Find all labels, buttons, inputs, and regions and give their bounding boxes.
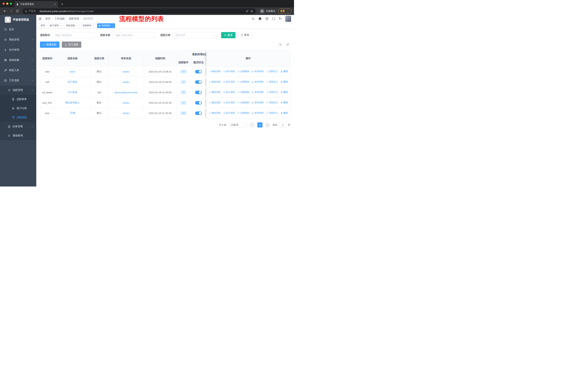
- status-toggle[interactable]: [195, 80, 202, 84]
- publish-process-link[interactable]: 发布流程: [252, 101, 263, 104]
- search-button[interactable]: 搜索: [221, 32, 235, 38]
- assign-rule-link[interactable]: 分配规则: [238, 80, 249, 83]
- delete-process-link[interactable]: 删除: [281, 101, 288, 104]
- current-page-button[interactable]: 1: [257, 122, 262, 128]
- page-size-select[interactable]: 10条/页: [229, 122, 247, 128]
- search-icon[interactable]: [252, 17, 255, 20]
- tag-home[interactable]: 首页: [39, 23, 47, 28]
- import-process-button[interactable]: 导入流程: [62, 41, 81, 48]
- process-definition-link[interactable]: 流程定义: [266, 80, 278, 83]
- form-info-link[interactable]: biubiu: [123, 101, 129, 104]
- tag-close-icon[interactable]: [76, 25, 78, 27]
- forward-button[interactable]: [8, 8, 14, 14]
- tag-close-icon[interactable]: [92, 25, 94, 27]
- breadcrumb-process-mgmt[interactable]: 流程管理: [69, 17, 79, 20]
- process-definition-link[interactable]: 流程定义: [266, 91, 278, 94]
- tag-tenant-mgmt[interactable]: 租户管理: [48, 23, 63, 28]
- process-name-link[interactable]: eeee: [70, 70, 75, 73]
- process-name-link[interactable]: 滔博: [70, 112, 75, 114]
- sidebar-item-workflow[interactable]: 工作流程: [0, 75, 36, 86]
- collapse-sidebar-button[interactable]: [38, 17, 42, 20]
- form-info-link[interactable]: biubiu: [123, 112, 129, 115]
- edit-process-link[interactable]: 修改流程: [209, 101, 220, 104]
- app-logo[interactable]: 芋道管理系统: [0, 15, 36, 24]
- form-info-link[interactable]: /bpm/oa/leave/create: [115, 91, 137, 94]
- edit-process-link[interactable]: 修改流程: [209, 111, 220, 115]
- zoom-window-button[interactable]: [10, 2, 12, 5]
- sidebar-item-system[interactable]: 系统管理: [0, 35, 36, 45]
- font-size-icon[interactable]: TT: [279, 17, 282, 20]
- prev-page-button[interactable]: [250, 122, 255, 128]
- form-info-link[interactable]: biubiu: [123, 70, 129, 73]
- version-badge[interactable]: v21: [180, 111, 187, 115]
- process-definition-link[interactable]: 流程定义: [266, 101, 278, 104]
- design-process-link[interactable]: 设计流程: [223, 80, 235, 83]
- tag-my-process[interactable]: 我的流程: [64, 23, 80, 28]
- process-definition-link[interactable]: 流程定义: [266, 70, 278, 73]
- delete-process-link[interactable]: 删除: [281, 70, 288, 73]
- design-process-link[interactable]: 设计流程: [223, 91, 235, 94]
- status-toggle[interactable]: [195, 91, 202, 94]
- reload-button[interactable]: [15, 8, 20, 14]
- tag-process-model[interactable]: 流程模型: [97, 23, 115, 28]
- process-definition-link[interactable]: 流程定义: [266, 111, 278, 115]
- sidebar-item-leave-query[interactable]: 请假查询: [0, 131, 36, 140]
- new-tab-button[interactable]: [59, 1, 64, 7]
- tag-close-icon[interactable]: [111, 25, 113, 27]
- version-badge[interactable]: v17: [180, 70, 187, 74]
- design-process-link[interactable]: 设计流程: [223, 101, 235, 104]
- github-icon[interactable]: [258, 17, 262, 20]
- sidebar-item-process-model[interactable]: 流程模型: [0, 113, 36, 122]
- process-id-input[interactable]: [53, 32, 95, 38]
- close-window-button[interactable]: [2, 2, 5, 5]
- toggle-search-button[interactable]: [278, 42, 283, 47]
- form-info-link[interactable]: biubiu: [123, 81, 129, 83]
- status-toggle[interactable]: [195, 70, 202, 73]
- design-process-link[interactable]: 设计流程: [223, 70, 235, 73]
- edit-process-link[interactable]: 修改流程: [209, 80, 220, 83]
- back-button[interactable]: [2, 8, 8, 14]
- edit-process-link[interactable]: 修改流程: [209, 91, 220, 94]
- create-process-button[interactable]: 新建流程: [40, 41, 59, 48]
- delete-process-link[interactable]: 删除: [281, 111, 288, 115]
- fullscreen-icon[interactable]: [272, 17, 275, 20]
- browser-tab[interactable]: 芋道管理系统: [14, 1, 58, 7]
- publish-process-link[interactable]: 发布流程: [252, 111, 263, 115]
- publish-process-link[interactable]: 发布流程: [252, 80, 263, 83]
- sidebar-item-devtools[interactable]: 研发工具: [0, 65, 36, 75]
- status-toggle[interactable]: [195, 101, 202, 105]
- breadcrumb-workflow[interactable]: 工作流程: [54, 17, 65, 20]
- process-category-select[interactable]: 流程分类: [173, 32, 216, 38]
- publish-process-link[interactable]: 发布流程: [252, 91, 263, 94]
- assign-rule-link[interactable]: 分配规则: [238, 111, 249, 115]
- sidebar-item-infra[interactable]: 基础设施: [0, 55, 36, 65]
- minimize-window-button[interactable]: [6, 2, 8, 5]
- goto-page-input[interactable]: [279, 122, 286, 128]
- assign-rule-link[interactable]: 分配规则: [238, 70, 249, 73]
- sidebar-item-payment[interactable]: 支付管理: [0, 45, 36, 55]
- next-page-button[interactable]: [265, 122, 270, 128]
- tab-close-icon[interactable]: [54, 3, 56, 5]
- help-icon[interactable]: [265, 17, 268, 20]
- version-badge[interactable]: v5: [180, 90, 187, 94]
- delete-process-link[interactable]: 删除: [281, 80, 288, 83]
- version-badge[interactable]: v2: [180, 80, 187, 84]
- assign-rule-link[interactable]: 分配规则: [238, 91, 249, 94]
- address-bar[interactable]: 不安全 dashboard.yudao.iocoder.cn/bpm/manag…: [22, 8, 256, 14]
- sidebar-item-process-mgmt[interactable]: 流程管理: [0, 86, 36, 95]
- process-name-input[interactable]: [113, 32, 155, 38]
- publish-process-link[interactable]: 发布流程: [252, 70, 263, 73]
- bookmark-star-icon[interactable]: [250, 10, 253, 13]
- breadcrumb-home[interactable]: 首页: [45, 17, 51, 20]
- update-button[interactable]: 更新 ⋮: [278, 9, 292, 14]
- sidebar-item-user-group[interactable]: 用户分组: [0, 104, 36, 113]
- version-badge[interactable]: v4: [180, 101, 187, 105]
- refresh-table-button[interactable]: [285, 42, 290, 47]
- sidebar-item-home[interactable]: 首页: [0, 24, 36, 35]
- process-name-link[interactable]: OA 请假: [68, 91, 77, 94]
- edit-process-link[interactable]: 修改流程: [209, 70, 220, 73]
- reset-button[interactable]: 重置: [238, 32, 252, 38]
- tag-close-icon[interactable]: [60, 25, 62, 27]
- sidebar-item-task-mgmt[interactable]: 任务管理: [0, 122, 36, 131]
- status-toggle[interactable]: [195, 111, 202, 115]
